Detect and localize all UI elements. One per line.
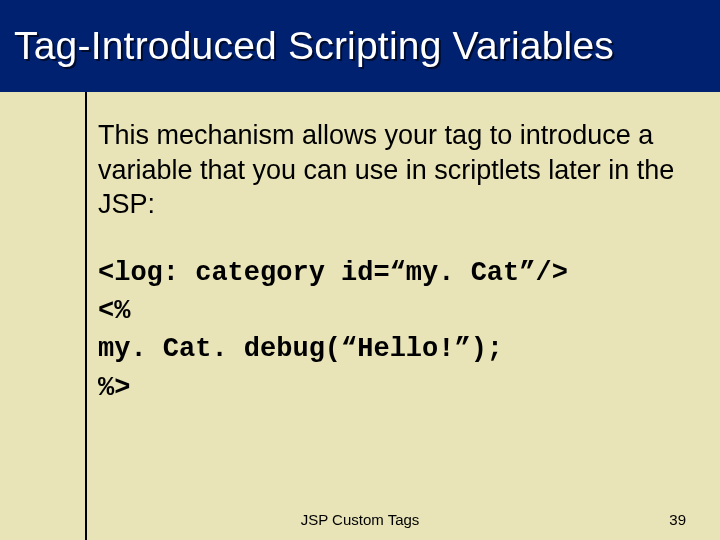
slide-body: This mechanism allows your tag to introd…: [98, 118, 678, 407]
title-bar: Tag-Introduced Scripting Variables: [0, 0, 720, 92]
slide-title: Tag-Introduced Scripting Variables: [14, 24, 614, 68]
vertical-divider: [85, 92, 87, 540]
code-example: <log: category id=“my. Cat”/> <% my. Cat…: [98, 254, 678, 407]
code-line: my. Cat. debug(“Hello!”);: [98, 334, 503, 364]
footer-title: JSP Custom Tags: [0, 511, 720, 528]
code-line: %>: [98, 373, 130, 403]
code-line: <%: [98, 296, 130, 326]
description-paragraph: This mechanism allows your tag to introd…: [98, 118, 678, 222]
code-line: <log: category id=“my. Cat”/>: [98, 258, 568, 288]
page-number: 39: [669, 511, 686, 528]
